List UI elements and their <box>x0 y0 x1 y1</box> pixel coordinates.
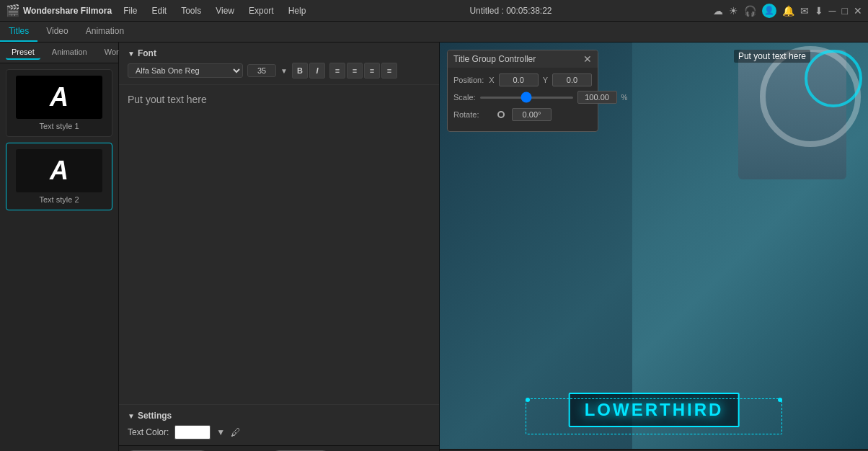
bottom-bar: Save as Custom Advanced OK <box>119 445 439 451</box>
align-center-button[interactable]: ≡ <box>347 63 363 79</box>
top-tabs: Titles Video Animation <box>0 22 868 43</box>
settings-arrow-icon: ▼ <box>128 412 135 420</box>
rotate-row: Rotate: <box>453 108 592 121</box>
dialog-header[interactable]: Title Group Controller ✕ <box>448 50 598 68</box>
dialog-body: Position: X Y Scale: % Rotate: <box>448 68 598 131</box>
style-label-1: Text style 1 <box>39 122 79 130</box>
right-icons: ☁ ☀ 🎧 👤 🔔 ✉ ⬇ ─ □ ✕ <box>713 4 862 18</box>
font-section-header[interactable]: ▼ Font <box>128 48 430 58</box>
scale-label: Scale: <box>453 93 476 102</box>
left-panel: Preset Animation WordArt A Text style 1 … <box>0 43 119 451</box>
style-preview-1: A <box>16 76 102 119</box>
rotate-label: Rotate: <box>453 110 493 119</box>
align-right-button[interactable]: ≡ <box>364 63 380 79</box>
notification-icon[interactable]: 🔔 <box>782 5 794 17</box>
italic-button[interactable]: I <box>309 63 325 79</box>
style-label-2: Text style 2 <box>39 195 79 204</box>
subtab-preset[interactable]: Preset <box>6 45 40 60</box>
text-color-swatch[interactable] <box>174 425 211 439</box>
menu-file[interactable]: File <box>120 6 140 16</box>
app-logo: 🎬 Wondershare Filmora <box>6 4 112 17</box>
scale-input[interactable] <box>577 91 617 104</box>
menu-edit[interactable]: Edit <box>149 6 169 16</box>
video-top-text: Put yout text here <box>734 50 810 63</box>
dialog-close-icon[interactable]: ✕ <box>583 53 592 65</box>
font-controls: Alfa Sab One Reg ▼ B I ≡ ≡ ≡ ≡ <box>128 63 430 79</box>
font-family-select[interactable]: Alfa Sab One Reg <box>128 63 243 78</box>
dialog-title: Title Group Controller <box>453 54 536 64</box>
font-size-input[interactable] <box>247 64 276 77</box>
app-name: Wondershare Filmora <box>23 6 112 16</box>
headphones-icon[interactable]: 🎧 <box>744 5 756 17</box>
tab-titles[interactable]: Titles <box>0 22 37 42</box>
title-controller-dialog: Title Group Controller ✕ Position: X Y S… <box>447 50 598 132</box>
text-preview[interactable]: Put yout text here <box>119 85 439 404</box>
list-item[interactable]: A Text style 2 <box>6 143 112 210</box>
scale-row: Scale: % <box>453 91 592 104</box>
text-preview-content: Put yout text here <box>128 94 207 105</box>
sun-icon[interactable]: ☀ <box>729 5 738 17</box>
tab-video[interactable]: Video <box>37 22 76 42</box>
align-justify-button[interactable]: ≡ <box>381 63 397 79</box>
video-panel: ◈ LOWERTHIRD Put yout text here <box>440 43 868 451</box>
eyedropper-icon[interactable]: 🖊 <box>231 427 241 438</box>
scale-unit: % <box>621 94 628 102</box>
bold-button[interactable]: B <box>292 63 308 79</box>
menu-view[interactable]: View <box>213 6 237 16</box>
color-dropdown-icon[interactable]: ▼ <box>216 427 225 437</box>
tab-animation[interactable]: Animation <box>77 22 133 42</box>
format-buttons: B I <box>292 63 325 79</box>
scale-slider[interactable] <box>480 97 573 99</box>
position-x-input[interactable] <box>499 73 539 86</box>
video-preview: ◈ LOWERTHIRD Put yout text here <box>440 43 868 449</box>
align-left-button[interactable]: ≡ <box>329 63 345 79</box>
subtab-animation[interactable]: Animation <box>46 45 93 60</box>
font-size-dropdown-icon[interactable]: ▼ <box>280 67 288 75</box>
rotate-input[interactable] <box>512 108 552 121</box>
text-color-label: Text Color: <box>128 427 169 437</box>
position-row: Position: X Y <box>453 73 592 86</box>
font-section: ▼ Font Alfa Sab One Reg ▼ B I ≡ ≡ ≡ ≡ <box>119 43 439 85</box>
style-list: A Text style 1 A Text style 2 <box>0 63 118 451</box>
editor-panel: ▼ Font Alfa Sab One Reg ▼ B I ≡ ≡ ≡ ≡ <box>119 43 440 451</box>
style-preview-2: A <box>16 149 102 192</box>
font-section-title: Font <box>138 48 156 58</box>
list-item[interactable]: A Text style 1 <box>6 69 112 137</box>
menu-tools[interactable]: Tools <box>178 6 204 16</box>
maximize-btn[interactable]: □ <box>842 5 848 17</box>
download-icon[interactable]: ⬇ <box>815 5 823 17</box>
x-label: X <box>489 76 494 84</box>
settings-section: ▼ Settings Text Color: ▼ 🖊 <box>119 404 439 445</box>
close-btn[interactable]: ✕ <box>854 5 862 17</box>
mail-icon[interactable]: ✉ <box>800 5 809 17</box>
menubar: 🎬 Wondershare Filmora File Edit Tools Vi… <box>0 0 868 22</box>
align-buttons: ≡ ≡ ≡ ≡ <box>329 63 397 79</box>
settings-header[interactable]: ▼ Settings <box>128 411 430 421</box>
position-label: Position: <box>453 76 484 84</box>
minimize-btn[interactable]: ─ <box>829 5 836 17</box>
settings-color-row: Text Color: ▼ 🖊 <box>128 425 430 439</box>
title-center: Untitled : 00:05:38:22 <box>317 6 704 16</box>
user-avatar[interactable]: 👤 <box>762 4 776 18</box>
sub-tabs: Preset Animation WordArt <box>0 43 118 63</box>
position-y-input[interactable] <box>552 73 592 86</box>
y-label: Y <box>543 76 548 84</box>
menu-help[interactable]: Help <box>285 6 309 16</box>
settings-title: Settings <box>138 411 172 421</box>
cloud-icon[interactable]: ☁ <box>713 5 723 17</box>
menu-export[interactable]: Export <box>246 6 277 16</box>
font-arrow-icon: ▼ <box>128 50 135 58</box>
main-layout: Preset Animation WordArt A Text style 1 … <box>0 43 868 451</box>
